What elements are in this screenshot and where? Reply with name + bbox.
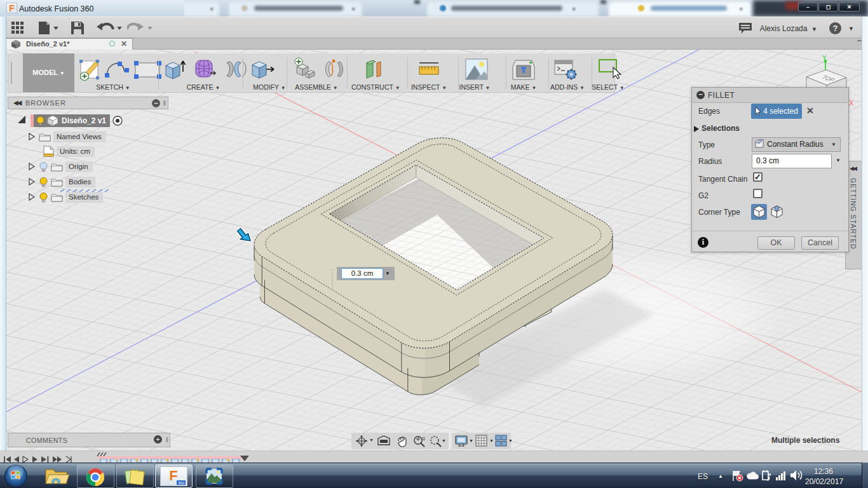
svg-text:Y: Y (822, 55, 827, 62)
svg-text:360: 360 (178, 481, 185, 485)
svg-text:X: X (849, 99, 854, 107)
svg-text:F: F (169, 468, 177, 484)
